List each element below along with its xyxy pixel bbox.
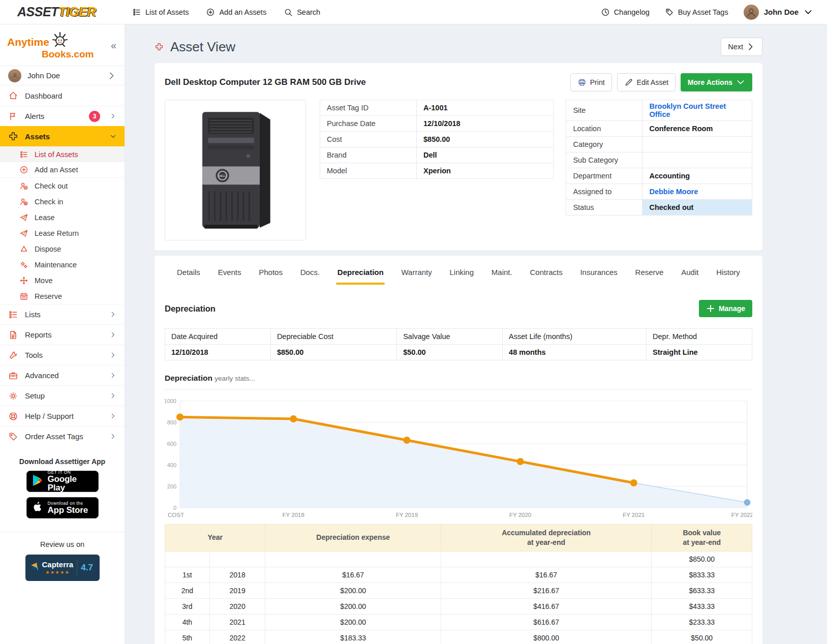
topbar-search[interactable]: Search [284,8,320,17]
print-button[interactable]: Print [570,73,612,91]
sidebar-item-label: Check in [35,198,63,206]
manage-button-label: Manage [719,304,745,313]
asset-info-table: SiteBrooklyn Court Street OfficeLocation… [566,100,752,216]
sidebar-item-label: Setup [25,391,103,400]
sidebar-item-label: Alerts [25,112,82,120]
edit-asset-button[interactable]: Edit Asset [617,73,676,91]
svg-text:800: 800 [167,419,176,425]
tab-events[interactable]: Events [218,268,241,285]
topbar-add-an-asset[interactable]: Add an Assets [206,8,266,17]
summary-header: Salvage Value [397,329,503,345]
buy-asset-tags-link[interactable]: Buy Asset Tags [665,8,728,17]
info-label: Department [566,168,642,184]
chevron-down-icon [110,133,116,140]
sidebar-item-assets[interactable]: Assets [0,126,125,146]
sidebar-item-advanced[interactable]: Advanced [0,365,125,385]
sidebar-item-lists[interactable]: Lists [0,304,125,324]
sidebar-item-maintenance[interactable]: Maintenance [0,257,125,272]
google-play-badge[interactable]: GET IT ONGoogle Play [26,471,99,492]
sidebar-item-check-out[interactable]: Check out [0,178,125,194]
schedule-cell-book: $50.00 [652,630,752,644]
tab-linking[interactable]: Linking [450,268,474,285]
sidebar-item-dispose[interactable]: Dispose [0,241,125,257]
anytimebooks-logo[interactable]: Anytime Books.com « [0,24,125,66]
summary-value: $850.00 [270,345,396,360]
sidebar-item-list-of-assets[interactable]: List of Assets [0,146,125,162]
sidebar-user-item[interactable]: John Doe [0,66,125,85]
schedule-cell-expense: $183.33 [265,630,441,644]
topbar-list-of-assets-label: List of Assets [145,8,189,16]
sidebar-item-label: Dashboard [25,91,116,100]
sidebar-item-check-in[interactable]: Check in [0,194,125,209]
schedule-col-book: Book value at year-end [652,525,752,551]
tab-depreciation[interactable]: Depreciation [338,268,384,285]
capterra-badge[interactable]: Capterra ★★★★★ 4.7 [25,555,100,581]
next-button[interactable]: Next [721,38,762,56]
tab-insurances[interactable]: Insurances [580,268,617,285]
topbar-list-of-assets[interactable]: List of Assets [132,8,189,17]
search-icon [284,8,293,17]
schedule-cell-ordinal: 4th [165,614,210,630]
dell-tower-illustration: DELL [195,107,276,234]
sidebar-item-add-an-asset[interactable]: Add an Asset [0,162,125,178]
sidebar-item-dashboard[interactable]: Dashboard [0,85,125,106]
detail-value: $850.00 [417,132,554,147]
info-value-link[interactable]: Brooklyn Court Street Office [642,100,752,121]
sidebar-item-reports[interactable]: Reports [0,324,125,345]
send-icon [19,213,28,222]
tab-contracts[interactable]: Contracts [530,268,562,285]
info-value: Conference Room [642,121,752,137]
table-row: SiteBrooklyn Court Street Office [566,100,752,121]
calendar-icon [19,292,28,301]
flag-icon [8,111,18,121]
changelog-link[interactable]: Changelog [601,8,650,17]
schedule-cell-ordinal [165,551,210,567]
info-label: Status [566,200,642,216]
more-actions-button[interactable]: More Actions [681,73,752,91]
tab-history[interactable]: History [716,268,740,285]
table-row: $850.00 [165,551,752,567]
tab-details[interactable]: Details [177,268,200,285]
tab-bar: DetailsEventsPhotosDocs.DepreciationWarr… [165,266,752,285]
summary-header: Date Acquired [165,329,271,345]
app-store-badge[interactable]: Download on theApp Store [26,497,99,518]
gears-icon [19,260,28,269]
svg-text:600: 600 [167,441,176,447]
sidebar-item-setup[interactable]: Setup [0,385,125,406]
tab-docs[interactable]: Docs. [300,268,320,285]
sidebar-item-alerts[interactable]: Alerts3 [0,106,125,126]
table-row: LocationConference Room [566,121,752,137]
wrench-icon [8,350,18,360]
schedule-cell-ordinal: 2nd [165,582,210,598]
sidebar-collapse-icon[interactable]: « [111,40,116,51]
google-play-store: Google Play [48,475,93,493]
sidebar-item-move[interactable]: Move [0,272,125,288]
tab-warranty[interactable]: Warranty [401,268,432,285]
sidebar-item-order-asset-tags[interactable]: Order Asset Tags [0,426,125,446]
sidebar-item-lease[interactable]: Lease [0,209,125,225]
sidebar-item-tools[interactable]: Tools [0,345,125,365]
sidebar-item-lease-return[interactable]: Lease Return [0,225,125,241]
sidebar-item-help-support[interactable]: Help / Support [0,406,125,426]
table-row: Category [566,137,752,152]
sidebar-item-reserve[interactable]: Reserve [0,288,125,304]
stats-heading-main: Depreciation [165,374,212,382]
chevron-right-icon [110,372,116,379]
assettiger-logo[interactable]: ASSETTIGER [0,5,125,19]
edit-asset-button-label: Edit Asset [637,78,668,86]
detail-label: Purchase Date [320,116,417,132]
tab-audit[interactable]: Audit [681,268,698,285]
sidebar-item-label: Add an Asset [35,166,78,174]
user-name: John Doe [764,8,799,16]
user-menu[interactable]: John Doe [744,5,813,20]
chevron-right-icon [746,42,755,51]
schedule-cell-ordinal: 3rd [165,598,210,614]
tab-maint[interactable]: Maint. [492,268,512,285]
tab-photos[interactable]: Photos [259,268,283,285]
manage-button[interactable]: Manage [699,300,752,317]
asset-summary-card: Dell Desktop Computer 12 GB RAM 500 GB D… [155,63,762,251]
info-value-link[interactable]: Debbie Moore [642,184,752,200]
sidebar: Anytime Books.com « John Doe DashboardAl… [0,24,125,644]
list-icon [8,310,18,320]
tab-reserve[interactable]: Reserve [635,268,664,285]
